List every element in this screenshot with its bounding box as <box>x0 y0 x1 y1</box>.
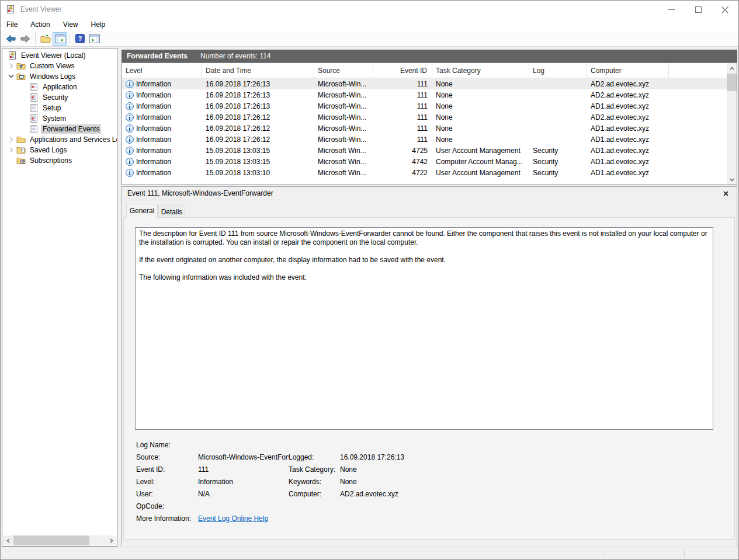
tab-general[interactable]: General <box>126 204 158 218</box>
menu-file[interactable]: File <box>1 19 24 31</box>
cell-log: Security <box>529 147 587 155</box>
cell-level: Information <box>136 169 171 177</box>
information-icon <box>126 169 134 177</box>
table-row[interactable]: Information 16.09.2018 17:26:12 Microsof… <box>122 112 727 123</box>
event-list-vertical-scrollbar[interactable] <box>727 63 737 185</box>
open-saved-log-button[interactable] <box>38 32 53 46</box>
status-bar-separator <box>684 549 685 558</box>
cell-level: Information <box>136 124 171 133</box>
tree-label: Application <box>41 82 79 92</box>
cell-datetime: 16.09.2018 17:26:12 <box>202 135 314 144</box>
cell-source: Microsoft-Win... <box>314 80 373 88</box>
tab-details[interactable]: Details <box>158 206 185 218</box>
help-button[interactable]: ? <box>72 32 87 46</box>
column-header-task-category[interactable]: Task Category <box>432 63 529 78</box>
event-description-box[interactable]: The description for Event ID 111 from so… <box>135 227 713 430</box>
chevron-right-icon[interactable] <box>6 147 16 154</box>
cell-computer: AD1.ad.evotec.xyz <box>587 169 669 177</box>
tree-item-application[interactable]: Application <box>2 82 117 92</box>
window-title: Event Viewer <box>20 5 61 13</box>
cell-datetime: 15.09.2018 13:03:15 <box>202 147 314 155</box>
table-row[interactable]: Information 15.09.2018 13:03:10 Microsof… <box>122 167 727 178</box>
preview-pane: Event 111, Microsoft-Windows-EventForwar… <box>122 186 737 547</box>
toggle-action-pane-button[interactable] <box>87 32 102 46</box>
column-header-level[interactable]: Level <box>122 63 202 78</box>
column-header-computer[interactable]: Computer <box>587 63 669 78</box>
menu-view[interactable]: View <box>57 19 85 31</box>
forward-button[interactable] <box>18 32 33 46</box>
tree-horizontal-scrollbar[interactable] <box>3 535 116 545</box>
titlebar: Event Viewer <box>1 1 738 19</box>
cell-event-id: 111 <box>373 80 432 88</box>
keywords-value: None <box>340 478 726 486</box>
scroll-up-arrow[interactable] <box>727 63 737 73</box>
scrollbar-thumb[interactable] <box>727 74 737 91</box>
log-icon <box>29 93 39 102</box>
cell-computer: AD2.ad.evotec.xyz <box>587 113 669 121</box>
event-viewer-window: Event Viewer File Action View Help <box>0 0 739 560</box>
table-row[interactable]: Information 16.09.2018 17:26:13 Microsof… <box>122 100 727 112</box>
table-row[interactable]: Information 16.09.2018 17:26:13 Microsof… <box>122 78 727 89</box>
forward-arrow-icon <box>20 34 30 43</box>
column-header-source[interactable]: Source <box>314 63 373 78</box>
main-area: Event Viewer (Local) Custom Views <box>1 47 738 547</box>
chevron-right-icon[interactable] <box>6 136 16 143</box>
event-list-panel: Level Date and Time Source Event ID Task… <box>122 62 737 185</box>
table-row[interactable]: Information 15.09.2018 13:03:15 Microsof… <box>122 156 727 167</box>
folder-icon <box>16 135 26 144</box>
back-button[interactable] <box>4 32 18 46</box>
event-viewer-app-icon[interactable] <box>6 5 15 14</box>
results-title: Forwarded Events <box>127 52 188 60</box>
cell-source: Microsoft-Win... <box>314 102 373 110</box>
menubar: File Action View Help <box>1 19 738 31</box>
cell-level: Information <box>136 91 171 99</box>
close-button[interactable] <box>712 1 738 19</box>
table-row[interactable]: Information 16.09.2018 17:26:12 Microsof… <box>122 123 727 134</box>
toolbar: ? <box>1 31 738 47</box>
scroll-left-arrow[interactable] <box>3 535 13 545</box>
tree-item-security[interactable]: Security <box>2 92 117 103</box>
tree-item-saved-logs[interactable]: Saved Logs <box>2 145 117 155</box>
cell-computer: AD1.ad.evotec.xyz <box>587 135 669 144</box>
cell-source: Microsoft-Win... <box>314 91 373 99</box>
menu-action[interactable]: Action <box>24 19 56 31</box>
tree-item-setup[interactable]: Setup <box>2 103 117 113</box>
maximize-button[interactable] <box>685 1 712 19</box>
tree-label: Subscriptions <box>28 156 74 165</box>
cell-datetime: 16.09.2018 17:26:12 <box>202 124 314 133</box>
logged-value: 16.09.2018 17:26:13 <box>340 453 726 461</box>
tree-item-applications-and-services[interactable]: Applications and Services Lo <box>2 134 117 145</box>
column-header-log[interactable]: Log <box>529 63 587 78</box>
cell-level: Information <box>136 113 171 121</box>
tree-item-windows-logs[interactable]: Windows Logs <box>2 71 117 82</box>
tree-item-forwarded-events[interactable]: Forwarded Events <box>2 124 117 134</box>
tree-label: Custom Views <box>28 61 76 71</box>
information-icon <box>126 158 134 166</box>
information-icon <box>126 147 134 155</box>
tree-item-system[interactable]: System <box>2 113 117 124</box>
cell-log: Security <box>529 158 587 166</box>
chevron-down-icon[interactable] <box>6 73 16 80</box>
status-bar-separator <box>605 549 605 558</box>
tree-item-subscriptions[interactable]: Subscriptions <box>2 155 117 166</box>
column-header-date-time[interactable]: Date and Time <box>202 63 314 78</box>
cell-task-category: Computer Account Manag... <box>432 158 529 166</box>
table-row[interactable]: Information 16.09.2018 17:26:12 Microsof… <box>122 134 727 145</box>
event-log-online-help-link[interactable]: Event Log Online Help <box>198 514 268 523</box>
table-row[interactable]: Information 16.09.2018 17:26:13 Microsof… <box>122 89 727 100</box>
scroll-right-arrow[interactable] <box>106 535 116 545</box>
preview-title: Event 111, Microsoft-Windows-EventForwar… <box>127 189 273 197</box>
minimize-button[interactable] <box>658 1 685 19</box>
scroll-down-arrow[interactable] <box>727 175 737 185</box>
scrollbar-thumb[interactable] <box>13 535 89 545</box>
column-header-event-id[interactable]: Event ID <box>373 63 432 78</box>
tree-item-event-viewer-local[interactable]: Event Viewer (Local) <box>2 50 117 61</box>
tree-item-custom-views[interactable]: Custom Views <box>2 61 117 71</box>
preview-close-button[interactable] <box>721 189 730 197</box>
table-row[interactable]: Information 15.09.2018 13:03:15 Microsof… <box>122 145 727 156</box>
chevron-right-icon[interactable] <box>6 62 16 69</box>
toggle-console-tree-button[interactable] <box>53 32 67 46</box>
menu-help[interactable]: Help <box>85 19 112 31</box>
cell-computer: AD2.ad.evotec.xyz <box>587 80 669 88</box>
logged-label: Logged: <box>289 453 340 461</box>
